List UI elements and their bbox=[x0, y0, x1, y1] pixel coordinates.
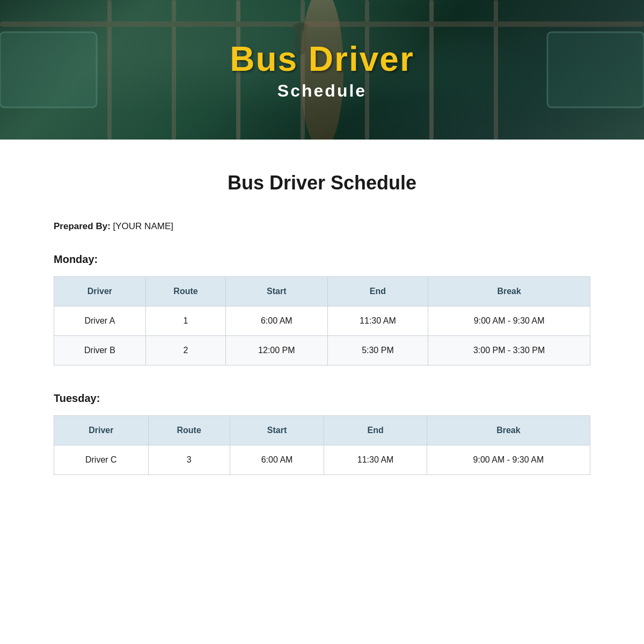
col-header-1-4: Break bbox=[427, 416, 590, 445]
cell-0-1-4: 3:00 PM - 3:30 PM bbox=[428, 336, 590, 365]
day-section-1: Tuesday:DriverRouteStartEndBreakDriver C… bbox=[54, 392, 590, 475]
content-area: Bus Driver Schedule Prepared By: [YOUR N… bbox=[0, 140, 644, 534]
col-header-0-2: Start bbox=[226, 277, 327, 306]
prepared-by-label: Prepared By: bbox=[54, 221, 111, 231]
day-label-0: Monday: bbox=[54, 253, 590, 266]
header-main-title: Bus Driver bbox=[230, 39, 414, 79]
col-header-0-0: Driver bbox=[54, 277, 146, 306]
col-header-1-3: End bbox=[324, 416, 427, 445]
schedule-table-1: DriverRouteStartEndBreakDriver C36:00 AM… bbox=[54, 415, 590, 475]
cell-0-0-2: 6:00 AM bbox=[226, 306, 327, 336]
svg-rect-0 bbox=[107, 0, 112, 140]
day-section-0: Monday:DriverRouteStartEndBreakDriver A1… bbox=[54, 253, 590, 365]
cell-1-0-1: 3 bbox=[148, 445, 230, 475]
col-header-0-4: Break bbox=[428, 277, 590, 306]
cell-1-0-3: 11:30 AM bbox=[324, 445, 427, 475]
table-row: Driver B212:00 PM5:30 PM3:00 PM - 3:30 P… bbox=[54, 336, 590, 365]
svg-rect-5 bbox=[429, 0, 434, 140]
svg-rect-8 bbox=[0, 32, 97, 107]
cell-0-1-1: 2 bbox=[145, 336, 225, 365]
prepared-by-value: [YOUR NAME] bbox=[113, 221, 173, 231]
col-header-0-1: Route bbox=[145, 277, 225, 306]
table-row: Driver C36:00 AM11:30 AM9:00 AM - 9:30 A… bbox=[54, 445, 590, 475]
cell-1-0-0: Driver C bbox=[54, 445, 149, 475]
svg-rect-1 bbox=[172, 0, 176, 140]
cell-0-1-0: Driver B bbox=[54, 336, 146, 365]
svg-rect-6 bbox=[494, 0, 498, 140]
page-title: Bus Driver Schedule bbox=[54, 172, 590, 194]
header-banner: Bus Driver Schedule bbox=[0, 0, 644, 140]
col-header-1-0: Driver bbox=[54, 416, 149, 445]
cell-0-0-0: Driver A bbox=[54, 306, 146, 336]
prepared-by-section: Prepared By: [YOUR NAME] bbox=[54, 221, 590, 232]
schedule-table-0: DriverRouteStartEndBreakDriver A16:00 AM… bbox=[54, 276, 590, 365]
col-header-0-3: End bbox=[327, 277, 428, 306]
days-container: Monday:DriverRouteStartEndBreakDriver A1… bbox=[54, 253, 590, 475]
cell-1-0-2: 6:00 AM bbox=[230, 445, 324, 475]
svg-rect-7 bbox=[0, 21, 644, 27]
header-titles: Bus Driver Schedule bbox=[230, 39, 414, 101]
cell-0-0-3: 11:30 AM bbox=[327, 306, 428, 336]
svg-rect-10 bbox=[547, 32, 644, 107]
col-header-1-1: Route bbox=[148, 416, 230, 445]
header-sub-title: Schedule bbox=[230, 81, 414, 101]
day-label-1: Tuesday: bbox=[54, 392, 590, 405]
col-header-1-2: Start bbox=[230, 416, 324, 445]
cell-0-0-1: 1 bbox=[145, 306, 225, 336]
cell-1-0-4: 9:00 AM - 9:30 AM bbox=[427, 445, 590, 475]
cell-0-1-2: 12:00 PM bbox=[226, 336, 327, 365]
cell-0-0-4: 9:00 AM - 9:30 AM bbox=[428, 306, 590, 336]
cell-0-1-3: 5:30 PM bbox=[327, 336, 428, 365]
table-row: Driver A16:00 AM11:30 AM9:00 AM - 9:30 A… bbox=[54, 306, 590, 336]
